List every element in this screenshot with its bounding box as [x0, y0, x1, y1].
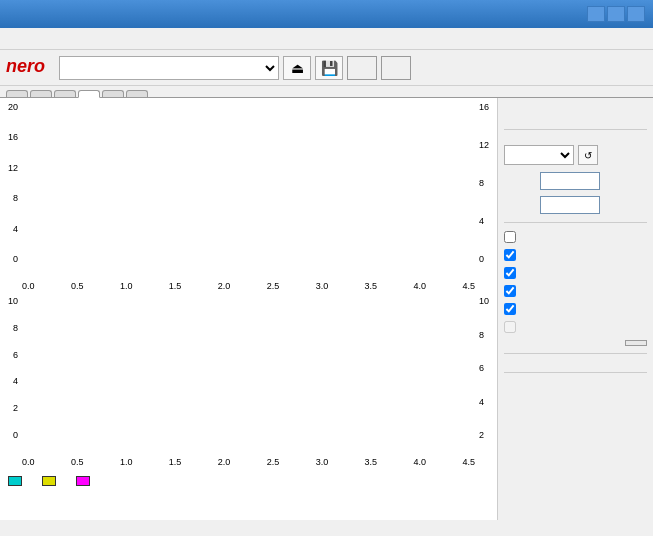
maximize-button[interactable] — [607, 6, 625, 22]
x-label-3-5: 3.5 — [365, 281, 378, 291]
x2-label-1-5: 1.5 — [169, 457, 182, 467]
tab-create-disc[interactable] — [30, 90, 52, 97]
y-right-12: 12 — [479, 140, 489, 150]
minimize-button[interactable] — [587, 6, 605, 22]
chart-area: 20 16 12 8 4 0 0.0 0.5 1.0 1.5 2.0 2.5 3… — [0, 98, 498, 520]
x-label-3-0: 3.0 — [316, 281, 329, 291]
x2-label-4-5: 4.5 — [462, 457, 475, 467]
toolbar: nero ⏏ 💾 — [0, 50, 653, 86]
x-label-0-0: 0.0 — [22, 281, 35, 291]
y-right-16: 16 — [479, 102, 489, 112]
legend — [2, 472, 495, 488]
speed-select[interactable] — [504, 145, 574, 165]
drive-select[interactable] — [59, 56, 279, 80]
tab-advanced-disc-quality[interactable] — [102, 90, 124, 97]
y2-right-4: 4 — [479, 397, 484, 407]
x2-label-1-0: 1.0 — [120, 457, 133, 467]
x2-label-2-5: 2.5 — [267, 457, 280, 467]
right-panel: ↺ — [498, 98, 653, 520]
progress-section — [504, 384, 647, 388]
y2-right-2: 2 — [479, 430, 484, 440]
legend-pie — [8, 476, 26, 486]
x-label-4-0: 4.0 — [414, 281, 427, 291]
start-button[interactable] — [347, 56, 377, 80]
show-c1pie-row — [504, 249, 647, 261]
exit-button[interactable] — [381, 56, 411, 80]
tab-disc-quality[interactable] — [78, 90, 100, 98]
show-read-row — [504, 303, 647, 315]
start-input[interactable] — [540, 172, 600, 190]
settings-refresh-btn[interactable]: ↺ — [578, 145, 598, 165]
quick-scan-checkbox[interactable] — [504, 231, 516, 243]
tab-scandisc[interactable] — [126, 90, 148, 97]
show-c2pif-row — [504, 267, 647, 279]
y2-label-4: 4 — [13, 376, 18, 386]
x2-label-0-0: 0.0 — [22, 457, 35, 467]
y-label-8: 8 — [13, 193, 18, 203]
eject-button[interactable]: ⏏ — [283, 56, 311, 80]
show-jitter-row — [504, 285, 647, 297]
y-label-4: 4 — [13, 224, 18, 234]
pie-color-box — [8, 476, 22, 486]
advanced-button[interactable] — [625, 340, 647, 346]
menu-run-test[interactable] — [22, 37, 38, 41]
show-jitter-checkbox[interactable] — [504, 285, 516, 297]
y-label-20: 20 — [8, 102, 18, 112]
y-label-16: 16 — [8, 132, 18, 142]
close-button[interactable] — [627, 6, 645, 22]
y2-label-10: 10 — [8, 296, 18, 306]
end-input[interactable] — [540, 196, 600, 214]
quick-scan-row — [504, 231, 647, 243]
top-chart-canvas — [20, 100, 450, 265]
show-read-checkbox[interactable] — [504, 303, 516, 315]
x-label-4-5: 4.5 — [462, 281, 475, 291]
y2-label-8: 8 — [13, 323, 18, 333]
x2-label-0-5: 0.5 — [71, 457, 84, 467]
y2-label-0: 0 — [13, 430, 18, 440]
main-content: 20 16 12 8 4 0 0.0 0.5 1.0 1.5 2.0 2.5 3… — [0, 98, 653, 520]
y-right-0: 0 — [479, 254, 484, 264]
x2-label-3-5: 3.5 — [365, 457, 378, 467]
show-c1pie-checkbox[interactable] — [504, 249, 516, 261]
menu-help[interactable] — [58, 37, 74, 41]
y2-label-6: 6 — [13, 350, 18, 360]
y2-right-8: 8 — [479, 330, 484, 340]
tab-benchmark[interactable] — [6, 90, 28, 97]
x2-label-4-0: 4.0 — [414, 457, 427, 467]
show-write-row — [504, 321, 647, 333]
x-label-1-5: 1.5 — [169, 281, 182, 291]
tab-disc-info[interactable] — [54, 90, 76, 97]
x2-label-2-0: 2.0 — [218, 457, 231, 467]
menu-file[interactable] — [4, 37, 20, 41]
y-label-0: 0 — [13, 254, 18, 264]
legend-pif — [42, 476, 60, 486]
tab-bar — [0, 86, 653, 98]
x-label-2-5: 2.5 — [267, 281, 280, 291]
menu-bar — [0, 28, 653, 50]
y2-right-10: 10 — [479, 296, 489, 306]
x-label-0-5: 0.5 — [71, 281, 84, 291]
x2-label-3-0: 3.0 — [316, 457, 329, 467]
pif-color-box — [42, 476, 56, 486]
y2-right-6: 6 — [479, 363, 484, 373]
legend-jitter — [76, 476, 94, 486]
y2-label-2: 2 — [13, 403, 18, 413]
menu-extra[interactable] — [40, 37, 56, 41]
nero-logo: nero — [6, 57, 45, 75]
jitter-color-box — [76, 476, 90, 486]
y-right-8: 8 — [479, 178, 484, 188]
x-label-1-0: 1.0 — [120, 281, 133, 291]
bottom-chart-canvas — [20, 294, 450, 439]
show-write-checkbox[interactable] — [504, 321, 516, 333]
save-button[interactable]: 💾 — [315, 56, 343, 80]
y-label-12: 12 — [8, 163, 18, 173]
y-right-4: 4 — [479, 216, 484, 226]
x-label-2-0: 2.0 — [218, 281, 231, 291]
show-c2pif-checkbox[interactable] — [504, 267, 516, 279]
title-bar — [0, 0, 653, 28]
